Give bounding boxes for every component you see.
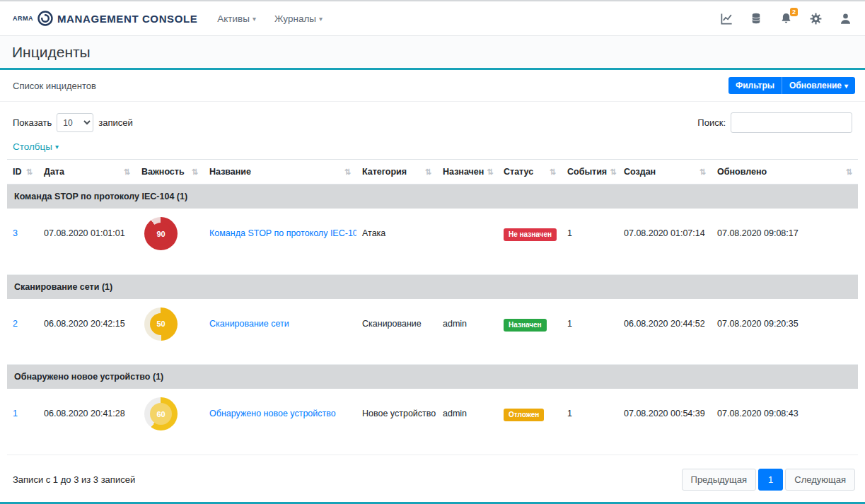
incident-row: 3 07.08.2020 01:01:01 90 Команда STOP по… (7, 209, 858, 274)
severity-donut-center: 60 (150, 403, 172, 425)
sort-icon: ⇅ (846, 168, 852, 177)
incident-updated: 07.08.2020 09:08:43 (712, 389, 858, 455)
incident-id-link[interactable]: 2 (13, 319, 18, 329)
incident-assignee (437, 209, 498, 274)
incident-events: 1 (562, 389, 618, 455)
col-header-status[interactable]: Статус⇅ (498, 160, 562, 184)
group-label: Обнаружено новое устройство (1) (7, 365, 858, 389)
records-summary: Записи с 1 до 3 из 3 записей (13, 474, 135, 485)
card-header: Список инцидентов Фильтры Обновление ▾ (0, 70, 865, 102)
incident-name-link[interactable]: Обнаружено новое устройство (209, 409, 336, 418)
chevron-down-icon: ▾ (319, 15, 323, 23)
incident-category: Новое устройство (356, 389, 437, 455)
severity-cell: 90 (136, 209, 204, 274)
arma-logo-text: ARMA (13, 15, 33, 22)
col-header-date[interactable]: Дата⇅ (38, 160, 136, 184)
database-icon[interactable] (749, 11, 763, 25)
incidents-card: Список инцидентов Фильтры Обновление ▾ П… (0, 70, 865, 502)
incident-category: Сканирование (356, 299, 437, 365)
sort-icon: ⇅ (550, 168, 556, 177)
status-badge: Назначен (504, 319, 547, 332)
page-title: Инциденты (12, 44, 91, 61)
incident-date: 07.08.2020 01:01:01 (38, 209, 136, 274)
incidents-table-wrap: ID⇅ Дата⇅ Важность⇅ Название⇅ Категория⇅… (0, 159, 865, 455)
sort-icon: ⇅ (487, 168, 493, 177)
table-controls: Показать 10 записей Поиск: (0, 102, 865, 137)
notification-count-badge: 2 (790, 8, 798, 16)
navbar-icons: 2 (719, 11, 852, 25)
severity-donut: 90 (144, 217, 178, 250)
group-label: Сканирование сети (1) (7, 274, 858, 299)
chevron-down-icon: ▾ (252, 15, 256, 23)
sort-icon: ⇅ (26, 168, 33, 177)
col-header-category[interactable]: Категория⇅ (356, 160, 437, 184)
chevron-down-icon: ▾ (55, 143, 59, 151)
notifications-bell-icon[interactable]: 2 (779, 11, 793, 25)
severity-value: 50 (156, 320, 165, 328)
incident-name-link[interactable]: Сканирование сети (209, 319, 289, 329)
sort-icon: ⇅ (124, 168, 130, 177)
incidents-table: ID⇅ Дата⇅ Важность⇅ Название⇅ Категория⇅… (7, 159, 858, 455)
page-size-select[interactable]: 10 (57, 113, 93, 132)
incident-date: 06.08.2020 20:41:28 (38, 389, 136, 455)
arma-logo-icon (37, 10, 54, 27)
pagination-page-1-button[interactable]: 1 (758, 469, 783, 491)
group-header-row: Обнаружено новое устройство (1) (7, 365, 858, 389)
sort-icon: ⇅ (610, 168, 616, 177)
incident-id-link[interactable]: 1 (13, 409, 18, 418)
arma-logo[interactable]: ARMA MANAGEMENT CONSOLE (13, 10, 197, 27)
status-badge: Отложен (504, 409, 544, 421)
sort-icon: ⇅ (699, 168, 706, 177)
col-header-updated[interactable]: Обновлено⇅ (712, 160, 858, 184)
app-window: ARMA MANAGEMENT CONSOLE Активы ▾ Журналы… (0, 0, 865, 504)
incident-row: 2 06.08.2020 20:42:15 50 Сканирование се… (7, 299, 858, 365)
pagination-prev-button[interactable]: Предыдущая (682, 469, 757, 491)
search-input[interactable] (731, 112, 852, 133)
col-header-created[interactable]: Создан⇅ (618, 160, 712, 184)
group-header-row: Сканирование сети (1) (7, 274, 858, 299)
group-label: Команда STOP по протоколу IEC-104 (1) (7, 184, 858, 209)
filters-button[interactable]: Фильтры (728, 77, 782, 94)
col-header-events[interactable]: События⇅ (562, 160, 618, 184)
columns-row: Столбцы ▾ (0, 137, 865, 159)
col-header-severity[interactable]: Важность⇅ (136, 160, 204, 184)
user-profile-icon[interactable] (838, 11, 852, 25)
severity-donut: 50 (144, 307, 178, 341)
search-label: Поиск: (697, 117, 726, 128)
columns-dropdown-button[interactable]: Столбцы ▾ (13, 141, 59, 152)
incident-assignee: admin (437, 389, 498, 455)
show-entries-label-before: Показать (13, 117, 52, 128)
incident-events: 1 (562, 299, 618, 365)
col-header-name[interactable]: Название⇅ (204, 160, 356, 184)
dashboard-chart-icon[interactable] (719, 11, 733, 25)
pagination-next-button[interactable]: Следующая (785, 469, 855, 491)
incident-category: Атака (356, 209, 437, 274)
sort-icon: ⇅ (192, 168, 198, 177)
incident-updated: 07.08.2020 09:20:35 (712, 299, 858, 365)
main-menu: Активы ▾ Журналы ▾ (217, 13, 323, 24)
incident-name-link[interactable]: Команда STOP по протоколу IEC-104 (209, 228, 356, 238)
incident-created: 07.08.2020 01:07:14 (618, 209, 712, 274)
severity-donut-center: 50 (150, 313, 172, 335)
page-header: Инциденты (0, 36, 865, 70)
incident-events: 1 (562, 209, 618, 274)
incident-updated: 07.08.2020 09:08:17 (712, 209, 858, 274)
incident-date: 06.08.2020 20:42:15 (38, 299, 136, 365)
card-header-buttons: Фильтры Обновление ▾ (728, 77, 855, 94)
incident-created: 07.08.2020 00:54:39 (618, 389, 712, 455)
card-title: Список инцидентов (13, 81, 96, 91)
severity-donut: 60 (144, 397, 178, 430)
refresh-dropdown-button[interactable]: Обновление ▾ (782, 77, 855, 94)
col-header-assignee[interactable]: Назначен⇅ (437, 160, 498, 184)
table-header-row: ID⇅ Дата⇅ Важность⇅ Название⇅ Категория⇅… (7, 160, 858, 184)
col-header-id[interactable]: ID⇅ (7, 160, 38, 184)
show-entries: Показать 10 записей (13, 113, 133, 132)
menu-assets[interactable]: Активы ▾ (217, 13, 256, 24)
incident-id-link[interactable]: 3 (13, 228, 18, 238)
menu-logs[interactable]: Журналы ▾ (274, 13, 323, 24)
group-header-row: Команда STOP по протоколу IEC-104 (1) (7, 184, 858, 209)
settings-gear-icon[interactable] (808, 11, 823, 25)
status-badge: Не назначен (504, 228, 557, 241)
incident-created: 06.08.2020 20:44:52 (618, 299, 712, 365)
incident-assignee: admin (437, 299, 498, 365)
